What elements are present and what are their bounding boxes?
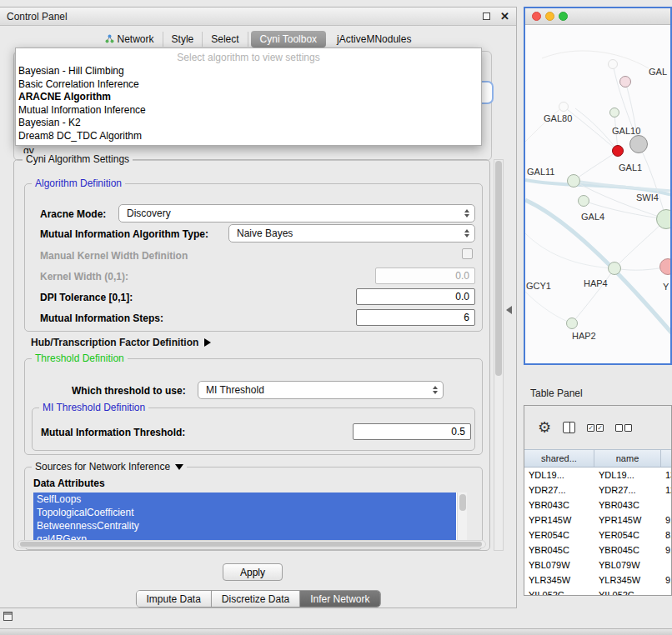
float-window-icon[interactable] [483,12,490,20]
attribute-item-topologicalcoefficient[interactable]: TopologicalCoefficient [33,506,456,519]
tab-style[interactable]: Style [163,32,203,47]
column-header-2[interactable]: name [594,450,661,467]
settings-vertical-scrollbar[interactable] [494,159,504,551]
algorithm-option-dream8-dc-tdc-algorithm[interactable]: Dream8 DC_TDC Algorithm [16,130,481,143]
table-row[interactable]: YIL052CYIL052C [524,588,671,596]
network-node-label: GCY1 [526,281,551,291]
bottom-tab-infer-network[interactable]: Infer Network [299,591,379,607]
minimized-panel-icon[interactable] [3,612,13,621]
table-row[interactable]: YER054CYER054C8. [524,528,671,542]
bottom-tab-discretize-data[interactable]: Discretize Data [211,591,299,607]
data-attributes-label: Data Attributes [33,478,105,489]
close-traffic-light-icon[interactable] [532,12,541,21]
table-cell: YPR145W [594,515,661,525]
network-view-window: GALGAL80GAL10GAL11GAL1SWI4GAL4GCY1HAP4YH… [524,7,672,365]
table-row[interactable]: YPR145WYPR145W9. [524,512,671,528]
settings-horizontal-scrollbar[interactable] [18,540,486,548]
mi-algorithm-type-label: Mutual Information Algorithm Type: [40,228,208,240]
algorithm-option-basic-correlation-inference[interactable]: Basic Correlation Inference [16,78,481,92]
tab-label: jActiveMNodules [337,33,411,45]
table-header-row: shared...name [524,449,671,468]
table-cell: YBL079W [524,560,594,570]
table-cell: YBR045C [594,545,661,555]
table-row[interactable]: YBL079WYBL079W [524,558,671,572]
table-row[interactable]: YBR043CYBR043C [524,498,671,512]
algorithm-option-list: Bayesian - Hill ClimbingBasic Correlatio… [16,65,481,142]
algorithm-option-bayesian-k2[interactable]: Bayesian - K2 [16,117,481,130]
attribute-item-selfloops[interactable]: SelfLoops [33,492,456,506]
network-node[interactable] [619,76,631,88]
network-node[interactable] [559,102,569,112]
table-cell: YBL079W [594,560,661,570]
panel-collapse-arrow-icon[interactable] [506,306,512,314]
aracne-mode-combo[interactable]: Discovery [118,204,475,222]
dpi-tolerance-label: DPI Tolerance [0,1]: [40,292,133,303]
table-row[interactable]: YLR345WYLR345W9. [524,572,671,588]
mi-threshold-field[interactable] [353,423,471,440]
deselect-all-checkboxes-icon[interactable] [615,424,632,432]
apply-button[interactable]: Apply [223,563,283,581]
network-node[interactable] [566,318,578,329]
hub-section-toggle[interactable]: Hub/Transcription Factor Definition [31,337,211,348]
algorithm-option-mutual-information-inference[interactable]: Mutual Information Inference [16,104,481,118]
attribute-item-betweennesscentrality[interactable]: BetweennessCentrality [33,519,456,532]
manual-kernel-checkbox[interactable] [462,248,473,259]
vertical-scrollbar-thumb[interactable] [495,161,502,376]
column-selector-icon[interactable] [563,422,575,433]
table-row[interactable]: YDR27...YDR27...12 [524,482,671,498]
bottom-tab-impute-data[interactable]: Impute Data [136,591,210,607]
table-row[interactable]: YBR045CYBR045C9. [524,542,671,558]
which-threshold-combo[interactable]: MI Threshold [198,381,444,399]
select-all-checkboxes-icon[interactable]: ✓✓ [587,424,604,432]
algorithm-option-bayesian-hill-climbing[interactable]: Bayesian - Hill Climbing [16,65,481,78]
network-node[interactable] [608,262,621,275]
network-window-titlebar[interactable] [525,8,670,25]
dpi-tolerance-field[interactable] [356,288,475,305]
mi-steps-field[interactable] [356,309,475,326]
panel-title: Control Panel [7,11,483,22]
network-node[interactable] [629,135,648,153]
gear-icon[interactable]: ⚙ [538,420,551,435]
maximize-traffic-light-icon[interactable] [559,12,568,21]
network-node[interactable] [567,174,580,188]
network-node-label: GAL [649,67,667,77]
settings-group-title: Cyni Algorithm Settings [23,153,133,165]
table-cell: YDR27... [594,485,661,495]
column-header-3[interactable] [661,450,672,467]
table-cell: YBR045C [524,545,594,555]
network-node-label: GAL4 [581,212,604,222]
kernel-width-field[interactable] [375,268,475,284]
close-icon[interactable]: ✕ [500,11,509,22]
combo-arrows-icon [464,209,469,218]
horizontal-scrollbar-thumb[interactable] [20,542,482,547]
network-canvas[interactable]: GALGAL80GAL10GAL11GAL1SWI4GAL4GCY1HAP4YH… [525,25,670,363]
network-node[interactable] [608,59,618,69]
algorithm-option-aracne-algorithm[interactable]: ARACNE Algorithm [16,91,481,104]
network-node[interactable] [656,209,670,229]
algorithm-definition-group: Algorithm Definition Aracne Mode: Discov… [24,183,483,332]
mi-threshold-group: MI Threshold Definition Mutual Informati… [32,408,475,451]
sources-group-title[interactable]: Sources for Network Inference [32,461,187,472]
table-toolbar: ⚙ ✓✓ [524,406,671,449]
column-header-1[interactable]: shared... [524,450,594,467]
network-node[interactable] [612,145,624,157]
table-cell: 13 [661,470,671,480]
table-row[interactable]: YDL19...YDL19...13 [524,468,671,482]
mi-algorithm-type-combo[interactable]: Naive Bayes [228,224,475,242]
minimize-traffic-light-icon[interactable] [545,12,554,21]
tab-network[interactable]: Network [97,32,163,47]
table-cell: YLR345W [524,575,594,585]
aracne-mode-label: Aracne Mode: [40,208,106,220]
tab-jactivemnodules[interactable]: jActiveMNodules [328,32,419,47]
dropdown-placeholder: Select algorithm to view settings [16,50,481,65]
network-node[interactable] [609,108,619,118]
network-node[interactable] [659,258,670,275]
tab-cyni-toolbox[interactable]: Cyni Toolbox [251,31,326,48]
top-tab-bar: NetworkStyleSelectCyni ToolboxjActiveMNo… [0,26,516,49]
network-node[interactable] [578,195,589,207]
table-cell: YDL19... [594,470,661,480]
tab-select[interactable]: Select [203,32,248,47]
table-cell: YER054C [594,530,661,540]
mi-threshold-group-title: MI Threshold Definition [39,402,148,413]
list-scrollbar-thumb[interactable] [459,494,466,511]
